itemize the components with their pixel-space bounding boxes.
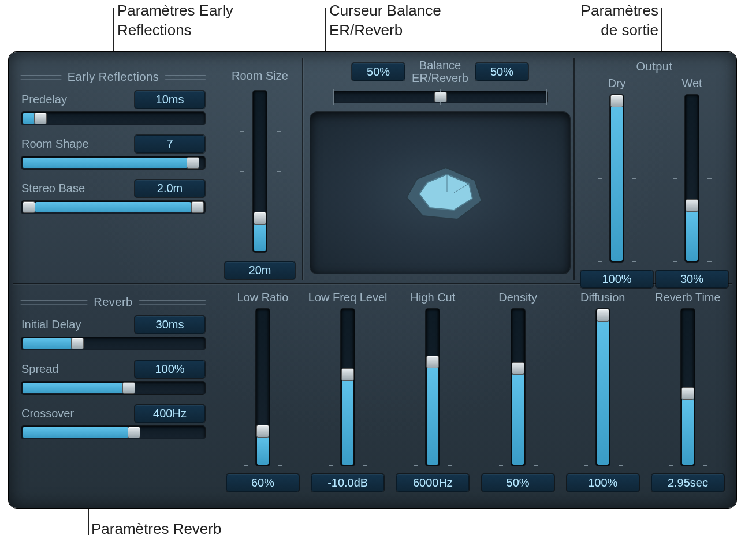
output-title-text: Output [636, 60, 672, 73]
reverbtime-label: Reverb Time [655, 291, 720, 304]
density-readout[interactable]: 50% [482, 474, 554, 492]
room-size-group: Room Size 20m [222, 69, 297, 279]
lowfreqlevel-slider[interactable] [341, 309, 355, 466]
reverb-title: Reverb [18, 294, 208, 310]
platinumverb-panel: Early Reflections Predelay 10ms Room Sha… [9, 52, 736, 508]
room-size-slider[interactable] [253, 91, 267, 252]
reverb-group: Reverb Initial Delay 30ms Spread 100% Cr… [18, 294, 208, 449]
output-group: Output Dry 100% [579, 59, 729, 288]
spread-slider[interactable] [21, 382, 205, 394]
initialdelay-readout[interactable]: 30ms [135, 316, 205, 334]
early-reflections-title-text: Early Reflections [68, 70, 159, 84]
wet-slider[interactable] [685, 95, 699, 262]
diffusion-label: Diffusion [580, 291, 625, 304]
predelay-label: Predelay [21, 93, 67, 106]
room-shape-icon [382, 156, 498, 237]
balance-right-readout[interactable]: 50% [475, 63, 528, 81]
stereobase-slider[interactable] [21, 201, 205, 214]
roomshape-slider[interactable] [21, 156, 205, 169]
reverbtime-readout[interactable]: 2.95sec [651, 474, 724, 492]
initialdelay-label: Initial Delay [21, 318, 81, 331]
stereobase-readout[interactable]: 2.0m [135, 180, 205, 197]
callout-early-reflections: Paramètres Early Reflections [117, 1, 233, 40]
density-slider[interactable] [511, 309, 525, 466]
highcut-readout[interactable]: 6000Hz [396, 474, 469, 492]
dry-slider[interactable] [610, 95, 624, 262]
balance-left-readout[interactable]: 50% [352, 63, 405, 81]
predelay-slider[interactable] [21, 112, 205, 125]
callout-balance: Curseur Balance ER/Reverb [329, 1, 441, 40]
density-label: Density [498, 291, 537, 304]
divider-v1 [302, 58, 303, 280]
lowratio-label: Low Ratio [237, 291, 289, 304]
balance-slider[interactable] [333, 91, 547, 103]
spread-label: Spread [21, 363, 59, 376]
divider-v2 [573, 58, 575, 280]
dry-readout[interactable]: 100% [580, 270, 653, 288]
diffusion-slider[interactable] [596, 309, 610, 466]
highcut-slider[interactable] [426, 309, 440, 466]
room-shape-preview [310, 112, 570, 274]
wet-readout[interactable]: 30% [656, 270, 728, 288]
wet-label: Wet [681, 77, 702, 90]
callout-output: Paramètres de sortie [572, 1, 658, 40]
balance-and-preview: 50% Balance ER/Reverb 50% [310, 59, 570, 274]
lowfreqlevel-readout[interactable]: -10.0dB [311, 474, 384, 492]
reverb-voice-params: Low Ratio 60% Low Freq Level [222, 291, 728, 492]
reverbtime-slider[interactable] [681, 309, 695, 466]
dry-label: Dry [608, 77, 625, 90]
early-reflections-group: Early Reflections Predelay 10ms Room Sha… [18, 69, 208, 224]
callout-reverb: Paramètres Reverb [91, 520, 221, 539]
room-size-label: Room Size [222, 69, 297, 83]
stereobase-label: Stereo Base [21, 182, 85, 195]
room-size-readout[interactable]: 20m [225, 261, 295, 279]
predelay-readout[interactable]: 10ms [135, 91, 205, 109]
crossover-slider[interactable] [21, 426, 205, 439]
initialdelay-slider[interactable] [21, 337, 205, 350]
lowratio-slider[interactable] [256, 309, 270, 466]
roomshape-label: Room Shape [21, 137, 89, 151]
diffusion-readout[interactable]: 100% [567, 474, 639, 492]
reverb-title-text: Reverb [94, 296, 132, 309]
lowratio-readout[interactable]: 60% [226, 474, 299, 492]
crossover-readout[interactable]: 400Hz [135, 405, 205, 423]
output-title: Output [579, 59, 729, 74]
highcut-label: High Cut [410, 291, 455, 304]
crossover-label: Crossover [21, 407, 74, 420]
spread-readout[interactable]: 100% [135, 360, 205, 378]
balance-title: Balance ER/Reverb [412, 59, 468, 84]
lowfreqlevel-label: Low Freq Level [308, 291, 388, 304]
early-reflections-title: Early Reflections [18, 69, 208, 85]
roomshape-readout[interactable]: 7 [135, 135, 205, 153]
